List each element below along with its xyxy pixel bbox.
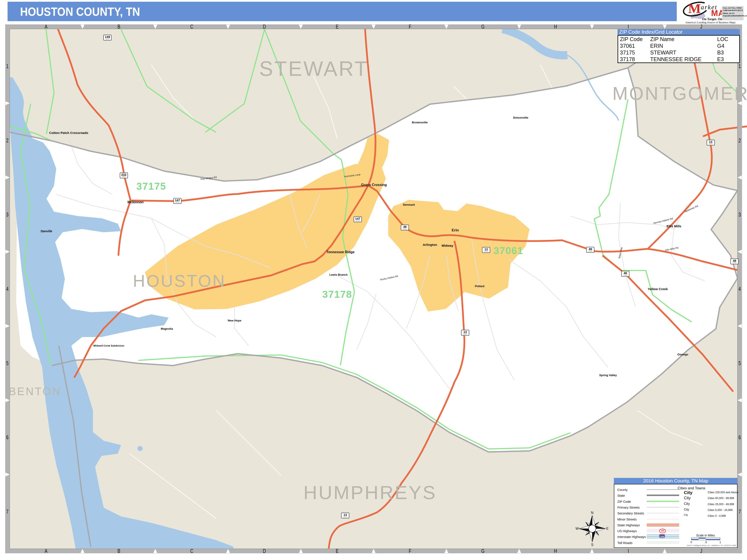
county-name-label: MONTGOMERY xyxy=(612,83,747,104)
us-highway-shield-icon: 123 xyxy=(659,529,666,533)
legend-road-item: US Highways123 xyxy=(614,528,737,534)
town-label: Cotton Patch Crossroads xyxy=(49,131,88,135)
highway-shield: 49 xyxy=(730,259,739,264)
zip-index-row: 37178TENNESSEE RIDGEE3 xyxy=(618,56,739,62)
loc-cell: B3 xyxy=(717,50,724,56)
county-name-label: HOUSTON xyxy=(133,271,226,291)
town-label: Whitwell Creek Subdivision xyxy=(93,344,124,347)
town-label: Erin xyxy=(452,228,459,233)
interstate-shield-icon: 123 xyxy=(659,534,665,538)
zip-name-cell: TENNESSEE RIDGE xyxy=(650,56,702,62)
highway-shield: 13 xyxy=(706,140,715,145)
highway-shield: 49 xyxy=(586,247,594,253)
legend-city-sample: City xyxy=(684,508,689,511)
legend-city-desc: Cities 25,000 - 49,999 xyxy=(708,503,734,506)
grid-col-letter: I xyxy=(628,24,629,30)
loc-cell: G4 xyxy=(717,43,724,49)
legend-city-sample: City xyxy=(684,502,690,506)
grid-row-number: 2 xyxy=(739,137,741,143)
highway-number: 13 xyxy=(341,513,349,516)
zip-index-table: ZIP Code Index/Grid Locator ZIP Code ZIP… xyxy=(618,29,740,63)
highway-shield: 147 xyxy=(354,216,362,222)
highway-shield: 13 xyxy=(461,330,469,336)
street-name-label: Baker Hwy xyxy=(618,247,623,259)
legend-road-item: State Highways xyxy=(614,523,737,528)
legend-road-label: US Highways xyxy=(617,529,637,533)
highway-shield: 147 xyxy=(173,198,182,204)
legend-road-sample xyxy=(647,516,679,522)
scale-tick: .5 xyxy=(705,540,707,544)
street-name-label: Ellis Mills Rd xyxy=(665,246,678,252)
zip-code-cell: 37175 xyxy=(620,50,635,56)
zip-index-row: 37061ERING4 xyxy=(618,42,739,49)
legend-road-label: ZIP Code xyxy=(617,500,631,503)
street-name-label: Gay Mingus Rd xyxy=(200,176,217,180)
col-zip-code: ZIP Code xyxy=(620,36,643,42)
legend-road-sample: 123 xyxy=(647,534,679,539)
grid-row-number: 4 xyxy=(739,286,741,292)
scale-bar xyxy=(691,537,720,540)
zip-name-cell: ERIN xyxy=(650,43,663,49)
legend-road-label: Minor Streets xyxy=(617,517,637,521)
town-label: Arlington xyxy=(423,243,437,246)
town-label: Brownsville xyxy=(412,121,428,124)
legend-road-label: County xyxy=(617,488,628,491)
town-label: Mckinnon xyxy=(128,200,144,204)
highway-number: 49 xyxy=(587,247,594,251)
legend-city-sample: City xyxy=(684,496,691,500)
zip-code-label: 37061 xyxy=(493,245,523,257)
highway-number: 13 xyxy=(461,330,469,334)
highway-number: 49 xyxy=(731,259,738,263)
town-label: Danville xyxy=(41,230,52,233)
grid-col-letter: G xyxy=(481,548,484,554)
legend-road-sample xyxy=(647,505,679,510)
highway-shield: 13 xyxy=(482,247,490,253)
scale-tick: 0 xyxy=(690,540,692,544)
col-zip-name: ZIP Name xyxy=(650,36,674,42)
town-label: Spring Valley xyxy=(599,374,617,377)
highway-shield: 149 xyxy=(103,35,111,41)
cities-and-towns-header: Cities and Towns xyxy=(671,486,712,490)
legend-city-desc: Cities 100,000 and Above xyxy=(708,491,738,494)
legend-road-label: Secondary Streets xyxy=(617,511,644,515)
legend-road-sample xyxy=(647,499,679,504)
grid-col-letter: E xyxy=(336,548,339,554)
highway-number: 232 xyxy=(120,173,128,177)
legend-road-sample: 123 xyxy=(647,528,679,533)
grid-col-letter: F xyxy=(409,548,411,554)
grid-col-letter: H xyxy=(554,24,557,30)
highway-shield: 49 xyxy=(401,225,409,231)
highway-number: 49 xyxy=(401,225,409,229)
grid-col-letter: E xyxy=(336,24,339,30)
legend-road-sample xyxy=(647,540,679,545)
map-legend: 2016 Houston County, TN Map CountyStateZ… xyxy=(614,478,738,548)
grid-row-number: 7 xyxy=(6,509,9,515)
highway-number: 13 xyxy=(707,140,714,144)
zip-code-label: 37178 xyxy=(322,288,352,300)
grid-col-letter: J xyxy=(700,24,702,30)
town-label: Yellow Creek xyxy=(648,287,668,291)
legend-road-label: Primary Streets xyxy=(617,506,640,509)
grid-row-number: 1 xyxy=(6,63,9,69)
grid-col-letter: B xyxy=(118,24,121,30)
zip-index-header-row: ZIP Code ZIP Name LOC xyxy=(618,36,739,42)
town-label: Grays Crossing xyxy=(361,183,387,187)
town-label: Pollard xyxy=(475,285,484,288)
grid-row-number: 4 xyxy=(6,286,9,292)
street-name-label: Rocky Hollow Rd xyxy=(380,274,398,281)
grid-col-letter: I xyxy=(628,548,629,554)
zip-name-cell: STEWART xyxy=(650,50,676,56)
grid-col-letter: B xyxy=(118,548,121,554)
copyright-text: 2016 © Intelligent Direct, Inc., Wellsbo… xyxy=(687,544,736,546)
zip-code-cell: 37061 xyxy=(620,43,635,49)
loc-cell: E3 xyxy=(717,56,724,62)
zip-index-title: ZIP Code Index/Grid Locator xyxy=(618,29,740,35)
town-label: Denmark xyxy=(403,203,415,206)
grid-row-number: 1 xyxy=(739,63,741,69)
grid-row-number: 6 xyxy=(739,434,741,441)
scale-title: Scale in Miles xyxy=(690,534,721,537)
grid-col-letter: C xyxy=(190,24,193,30)
highway-number: 147 xyxy=(354,217,361,220)
highway-number: 149 xyxy=(104,35,111,39)
grid-row-number: 3 xyxy=(6,212,9,218)
